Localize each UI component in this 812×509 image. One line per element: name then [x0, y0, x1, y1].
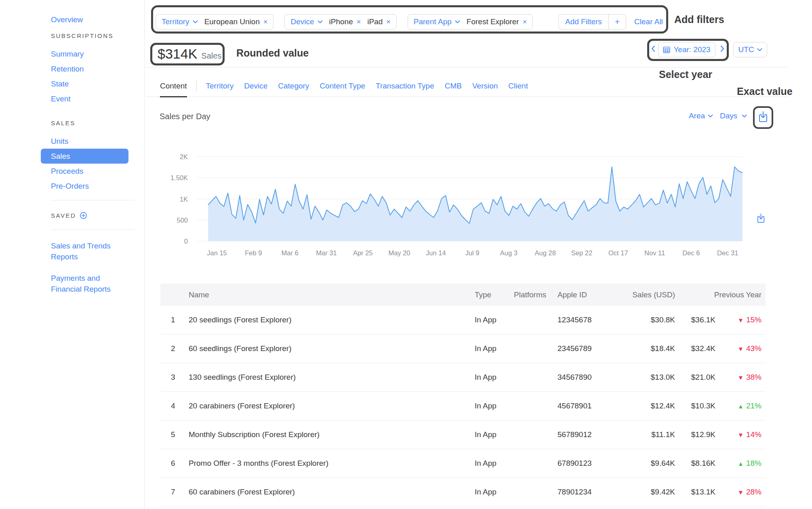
tab-cmb[interactable]: CMB — [440, 75, 467, 97]
product-type: In App — [471, 459, 510, 468]
apple-id-value: 34567890 — [549, 373, 616, 382]
filter-category-label[interactable]: Territory — [162, 17, 189, 26]
triangle-down-icon: ▼ — [738, 345, 744, 352]
filter-value: iPad — [367, 17, 383, 26]
previous-year-value: $8.16K — [675, 459, 715, 468]
timezone-selector[interactable]: UTC — [733, 42, 767, 57]
table-row[interactable]: 260 seedlings (Forest Explorer)In App234… — [160, 334, 766, 363]
sidebar-item-sales[interactable]: Sales — [41, 149, 128, 164]
previous-year-value: $10.3K — [675, 402, 715, 410]
filter-category-label[interactable]: Device — [290, 17, 314, 26]
sidebar-item-state[interactable]: State — [51, 76, 144, 91]
apple-id-value: 67890123 — [549, 459, 616, 468]
sidebar-item-overview[interactable]: Overview — [51, 12, 144, 27]
apple-id-value: 12345678 — [549, 315, 616, 324]
chevron-down-icon — [318, 20, 323, 23]
filter-pill-territory[interactable]: TerritoryEuropean Union× — [156, 14, 273, 29]
table-row[interactable]: 420 carabiners (Forest Explorer)In App45… — [160, 392, 766, 421]
chevron-down-icon — [742, 114, 747, 118]
sidebar-item-pre-orders[interactable]: Pre-Orders — [51, 179, 144, 194]
product-name: 20 seedlings (Forest Explorer) — [189, 315, 471, 324]
sidebar-divider — [51, 200, 134, 200]
sidebar-item-event[interactable]: Event — [51, 91, 144, 106]
table-row[interactable]: 3130 seedlings (Forest Explorer)In App34… — [160, 363, 766, 392]
yoy-change: ▼38% — [715, 373, 762, 382]
tab-client[interactable]: Client — [503, 75, 533, 97]
header-divider — [146, 67, 788, 67]
row-index: 2 — [160, 344, 189, 353]
previous-year-value: $32.4K — [675, 344, 715, 353]
chevron-right-icon[interactable] — [720, 45, 725, 54]
sidebar-divider — [51, 229, 134, 230]
svg-text:Apr 25: Apr 25 — [353, 249, 373, 257]
sidebar-item-sales-trends-reports[interactable]: Sales and Trends Reports — [51, 240, 122, 262]
table-row[interactable]: 5Monthly Subscription (Forest Explorer)I… — [160, 421, 766, 449]
filter-category-label[interactable]: Parent App — [414, 17, 452, 26]
filter-value: iPhone — [329, 17, 353, 26]
chart-type-dropdown[interactable]: Area — [689, 111, 713, 120]
annotation-add-filters: Add filters — [674, 14, 724, 25]
svg-text:Nov 11: Nov 11 — [644, 249, 665, 257]
remove-filter-icon[interactable]: × — [357, 18, 361, 26]
download-table-icon[interactable] — [757, 213, 765, 223]
svg-text:1K: 1K — [180, 196, 188, 203]
svg-text:Oct 17: Oct 17 — [608, 249, 628, 257]
chevron-down-icon — [757, 48, 762, 51]
svg-text:Jul 9: Jul 9 — [465, 249, 480, 257]
row-index: 4 — [160, 402, 189, 410]
tab-category[interactable]: Category — [273, 75, 314, 97]
sales-per-day-chart: 05001K1.50K2KJan 15Feb 9Mar 6Mar 31Apr 2… — [145, 149, 775, 263]
yoy-change: ▼43% — [715, 344, 762, 353]
table-row[interactable]: 760 carabiners (Forest Explorer)In App78… — [160, 478, 766, 507]
filter-pill-parent-app[interactable]: Parent AppForest Explorer× — [408, 14, 533, 29]
tab-content-type[interactable]: Content Type — [314, 75, 370, 97]
add-filters-label[interactable]: Add Filters — [559, 17, 608, 26]
triangle-up-icon: ▲ — [738, 460, 744, 467]
year-selector-button[interactable]: Year: 2023 — [658, 42, 715, 57]
filter-pill-device[interactable]: DeviceiPhone×iPad× — [284, 14, 396, 29]
metric-label: Sales — [201, 51, 221, 61]
svg-text:Sep 22: Sep 22 — [571, 249, 592, 257]
remove-filter-icon[interactable]: × — [263, 18, 268, 26]
triangle-down-icon: ▼ — [738, 489, 744, 496]
yoy-change: ▼14% — [715, 430, 762, 439]
add-filters-button[interactable]: Add Filters + — [558, 14, 626, 29]
remove-filter-icon[interactable]: × — [523, 18, 527, 26]
remove-filter-icon[interactable]: × — [386, 18, 391, 26]
sidebar-header-subscriptions: SUBSCRIPTIONS — [51, 27, 144, 44]
tab-transaction-type[interactable]: Transaction Type — [370, 75, 440, 97]
sidebar: Overview SUBSCRIPTIONS Summary Retention… — [0, 0, 145, 509]
product-name: Monthly Subscription (Forest Explorer) — [189, 430, 471, 439]
column-header-previous-year: Previous Year — [675, 290, 762, 299]
svg-text:Dec 6: Dec 6 — [682, 249, 700, 257]
sidebar-item-summary[interactable]: Summary — [51, 46, 144, 61]
table-row[interactable]: 6Promo Offer - 3 months (Forest Explorer… — [160, 449, 766, 478]
triangle-down-icon: ▼ — [738, 431, 744, 438]
sidebar-item-proceeds[interactable]: Proceeds — [51, 164, 144, 179]
calendar-icon — [663, 46, 670, 53]
svg-text:Feb 9: Feb 9 — [245, 249, 262, 257]
year-label: Year: 2023 — [673, 45, 710, 54]
chevron-left-icon[interactable] — [651, 45, 655, 54]
tab-device[interactable]: Device — [239, 75, 273, 97]
product-name: 60 carabiners (Forest Explorer) — [189, 488, 471, 496]
column-header-apple-id: Apple ID — [549, 290, 616, 299]
yoy-change: ▲18% — [715, 459, 762, 468]
product-type: In App — [471, 344, 510, 353]
tab-version[interactable]: Version — [467, 75, 503, 97]
product-type: In App — [471, 402, 510, 410]
sidebar-item-retention[interactable]: Retention — [51, 61, 144, 76]
content-table: NameTypePlatformsApple IDSales (USD)Prev… — [160, 284, 766, 507]
plus-icon[interactable]: + — [609, 17, 626, 27]
sidebar-item-units[interactable]: Units — [51, 134, 144, 149]
download-chart-icon[interactable] — [758, 111, 768, 122]
tab-territory[interactable]: Territory — [201, 75, 239, 97]
tab-content[interactable]: Content — [155, 75, 192, 97]
sidebar-item-payments-financial-reports[interactable]: Payments and Financial Reports — [51, 273, 122, 294]
add-saved-icon[interactable] — [80, 212, 87, 219]
svg-text:1.50K: 1.50K — [170, 174, 188, 181]
interval-dropdown[interactable]: Days — [720, 111, 747, 120]
table-row[interactable]: 120 seedlings (Forest Explorer)In App123… — [160, 306, 766, 334]
tab-separator — [196, 81, 197, 91]
clear-all-button[interactable]: Clear All — [634, 17, 663, 26]
